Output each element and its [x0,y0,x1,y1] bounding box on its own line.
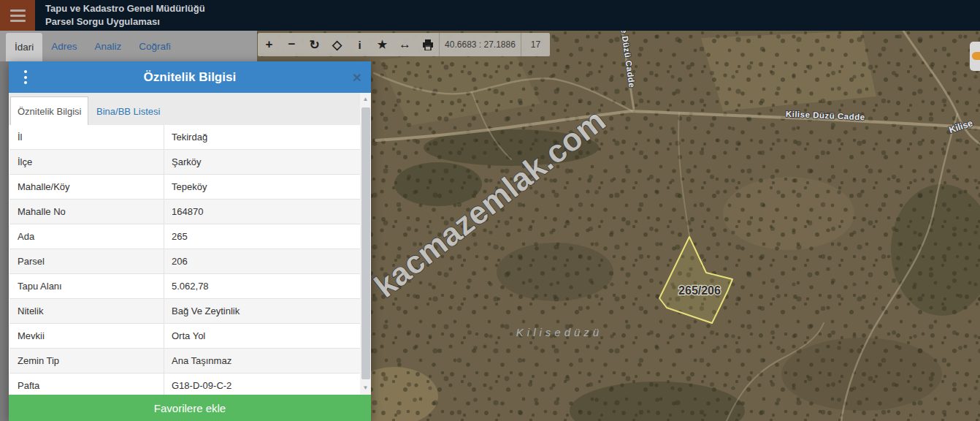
table-row-ada: Ada 265 [9,224,360,249]
locate-icon[interactable]: ◇ [326,33,348,56]
app-title: Tapu ve Kadastro Genel Müdürlüğü Parsel … [45,0,205,31]
tab-idari[interactable]: İdari [6,33,42,61]
app-title-line1: Tapu ve Kadastro Genel Müdürlüğü [45,2,205,15]
table-row-tapu-alani: Tapu Alanı 5.062,78 [9,274,360,299]
layer-control-button[interactable] [970,42,980,71]
measure-icon[interactable]: ↔ [394,33,416,56]
left-panel-strip [0,61,9,421]
app-title-line2: Parsel Sorgu Uygulaması [45,15,205,29]
table-row-mahalle-no: Mahalle No 164870 [9,200,360,224]
table-row-parsel: Parsel 206 [9,249,360,274]
layers-icon [972,52,980,60]
map-toolbar: + − ↻ ◇ i ★ ↔ 40.6683 : 27.1886 17 [258,33,550,56]
attribute-info-modal: Öznitelik Bilgisi × Öznitelik Bilgisi Bi… [9,61,371,421]
parcel-label: 265/206 [678,284,721,297]
refresh-icon[interactable]: ↻ [303,33,326,56]
modal-tab-bar: Öznitelik Bilgisi Bina/BB Listesi [9,93,371,125]
scroll-down-icon[interactable]: ▼ [360,383,371,393]
tab-cografi[interactable]: Coğrafi [130,31,180,61]
hamburger-icon [10,10,26,12]
tab-adres[interactable]: Adres [42,31,85,61]
table-row-mahalle-koy: Mahalle/Köy Tepeköy [9,175,360,200]
map-coordinates: 40.6683 : 27.1886 [439,33,521,56]
scroll-up-icon[interactable]: ▲ [360,94,371,105]
star-icon[interactable]: ★ [371,33,394,56]
parcel-query-app: 265/206 Kilisedüzü Kilise Düzü Cadde e D… [0,0,980,421]
modal-header: Öznitelik Bilgisi × [9,61,371,93]
table-row-zemin-tip: Zemin Tip Ana Taşınmaz [9,349,360,373]
attribute-table: İl Tekirdağ İlçe Şarköy Mahalle/Köy Tepe… [9,125,360,395]
map-zoom-level: 17 [521,33,550,56]
table-row-ilce: İlçe Şarköy [9,150,360,175]
table-row-nitelik: Nitelik Bağ Ve Zeytinlik [9,299,360,324]
print-icon[interactable] [416,33,439,56]
table-row-il: İl Tekirdağ [9,125,360,150]
modal-title: Öznitelik Bilgisi [27,70,353,85]
query-tab-bar: İdari Adres Analiz Coğrafi [0,31,257,61]
tab-analiz[interactable]: Analiz [86,31,131,61]
zoom-out-icon[interactable]: − [280,33,303,56]
scrollbar-thumb[interactable] [361,107,370,379]
add-to-favorites-button[interactable]: Favorilere ekle [9,395,371,421]
hamburger-menu-button[interactable] [0,0,35,31]
place-label: Kilisedüzü [516,326,602,338]
close-icon[interactable]: × [353,69,361,85]
info-icon[interactable]: i [348,33,371,56]
table-row-mevkii: Mevkii Orta Yol [9,324,360,349]
modal-scrollbar[interactable]: ▲ ▼ [360,93,371,395]
modal-tab-oznitelik[interactable]: Öznitelik Bilgisi [10,96,88,126]
table-row-pafta: Pafta G18-D-09-C-2 [9,373,360,395]
zoom-in-icon[interactable]: + [258,33,280,56]
app-header: Tapu ve Kadastro Genel Müdürlüğü Parsel … [0,0,980,31]
modal-tab-bina-bb[interactable]: Bina/BB Listesi [90,96,166,126]
